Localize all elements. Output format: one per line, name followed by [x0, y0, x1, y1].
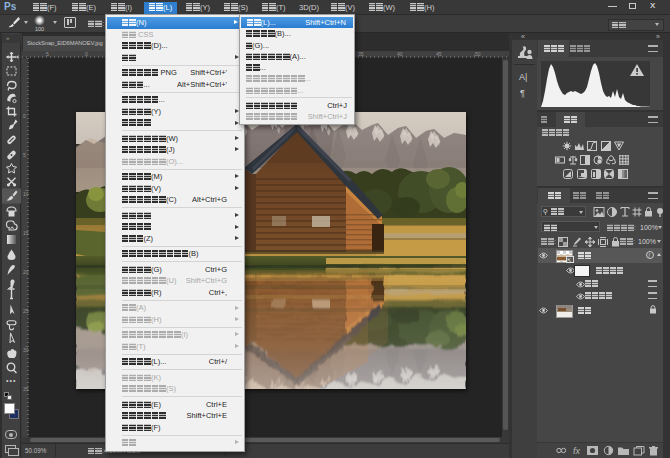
svg-text:fx: fx — [573, 446, 581, 456]
